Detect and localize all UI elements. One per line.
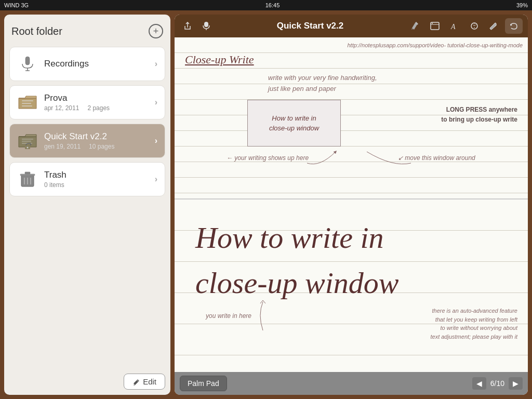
- auto-advance-label: there is an auto-advanced featurethat le…: [430, 307, 517, 341]
- undo-button[interactable]: [505, 18, 523, 34]
- you-write-text: you write in here: [206, 312, 251, 320]
- svg-text:A: A: [450, 23, 456, 30]
- trash-meta: 0 items: [44, 181, 149, 189]
- quickstart-chevron: ›: [155, 136, 157, 145]
- write-arrow: [247, 299, 278, 336]
- quickstart-meta: gen 19, 2011 10 pages: [44, 143, 149, 150]
- carrier: WIND 3G: [4, 2, 29, 8]
- status-bar: WIND 3G 16:45 39%: [0, 0, 532, 10]
- svg-rect-5: [22, 105, 32, 107]
- edit-icon: [132, 378, 140, 385]
- trash-chevron: ›: [155, 175, 157, 184]
- recordings-icon: [17, 54, 38, 74]
- recordings-chevron: ›: [155, 59, 157, 69]
- note-top-section: http://notesplusapp.com/support/video- t…: [175, 37, 528, 200]
- recordings-name: Recordings: [44, 59, 149, 69]
- prova-icon: [17, 92, 38, 113]
- svg-rect-3: [22, 100, 33, 101]
- handwriting-line1: How to write in: [195, 215, 398, 260]
- prova-date: apr 12, 2011: [44, 104, 79, 112]
- svg-rect-18: [204, 22, 208, 27]
- sidebar-item-quickstart[interactable]: Quick Start v2.2 gen 19, 2011 10 pages ›: [9, 124, 165, 158]
- prova-info: Prova apr 12, 2011 2 pages: [44, 93, 149, 112]
- your-writing-content: your writing shows up here: [234, 154, 309, 162]
- trash-name: Trash: [44, 170, 149, 180]
- close-up-box: How to write inclose-up window: [247, 100, 341, 147]
- sidebar-item-recordings[interactable]: Recordings ›: [9, 47, 165, 81]
- quickstart-name: Quick Start v2.2: [44, 131, 149, 142]
- prova-pages: 2 pages: [87, 104, 110, 112]
- long-press-line2: to bring up close-up write: [441, 115, 517, 125]
- quickstart-info: Quick Start v2.2 gen 19, 2011 10 pages: [44, 131, 149, 150]
- move-window-arrow: ↙: [398, 154, 405, 162]
- sidebar-item-trash[interactable]: Trash 0 items ›: [9, 162, 165, 196]
- note-content: http://notesplusapp.com/support/video- t…: [175, 37, 528, 372]
- long-press-line1: LONG PRESS anywhere: [441, 105, 517, 115]
- prev-page-button[interactable]: ◀: [472, 377, 486, 390]
- box-button[interactable]: [427, 20, 443, 32]
- page-nav: ◀ 6/10 ▶: [472, 377, 523, 390]
- auto-advance-text: there is an auto-advanced featurethat le…: [430, 307, 517, 341]
- svg-point-22: [432, 23, 433, 24]
- add-folder-button[interactable]: +: [149, 24, 163, 38]
- status-right: 39%: [516, 2, 528, 8]
- prova-name: Prova: [44, 93, 149, 103]
- sidebar: Root folder + Recordings ›: [4, 15, 170, 395]
- note-bottom-section: How to write in close-up window you writ…: [175, 200, 528, 372]
- prova-chevron: ›: [155, 98, 157, 107]
- quickstart-date: gen 19, 2011: [44, 143, 81, 150]
- svg-rect-13: [25, 172, 30, 174]
- palm-pad-button[interactable]: Palm Pad: [180, 376, 227, 391]
- status-time: 16:45: [265, 2, 280, 8]
- note-subtitle-line2: just like pen and paper: [268, 84, 377, 95]
- next-page-button[interactable]: ▶: [509, 377, 523, 390]
- your-writing-label: ←: [227, 154, 234, 162]
- note-title: Close-up Write: [185, 53, 254, 66]
- edit-label: Edit: [143, 377, 156, 386]
- page-indicator: 6/10: [490, 379, 504, 388]
- move-window-content: move this window around: [405, 154, 475, 162]
- svg-rect-4: [22, 103, 31, 104]
- pencil-tool-button[interactable]: [407, 19, 423, 33]
- wrench-button[interactable]: [486, 20, 501, 32]
- svg-point-10: [27, 147, 29, 149]
- toolbar: Quick Start v2.2 A: [175, 15, 528, 37]
- note-subtitle: write with your very fine handwriting, j…: [268, 73, 377, 95]
- microphone-button[interactable]: [200, 19, 213, 33]
- handwriting-line2: close-up window: [195, 260, 398, 305]
- quickstart-icon: [17, 130, 38, 151]
- battery: 39%: [516, 2, 528, 8]
- edit-button[interactable]: Edit: [124, 374, 165, 390]
- note-url: http://notesplusapp.com/support/video- t…: [348, 42, 523, 49]
- svg-rect-0: [25, 57, 30, 65]
- close-up-box-text: How to write inclose-up window: [269, 113, 319, 134]
- your-writing-text: ← your writing shows up here: [227, 154, 309, 162]
- trash-icon: [17, 169, 38, 190]
- long-press-text: LONG PRESS anywhere to bring up close-up…: [441, 105, 517, 125]
- move-window-text: ↙ move this window around: [398, 154, 475, 162]
- share-button[interactable]: [180, 19, 195, 33]
- status-left: WIND 3G: [4, 2, 29, 8]
- trash-items: 0 items: [44, 181, 64, 189]
- sidebar-item-prova[interactable]: Prova apr 12, 2011 2 pages ›: [9, 85, 165, 119]
- main-layout: Root folder + Recordings ›: [0, 10, 532, 399]
- trash-info: Trash 0 items: [44, 170, 149, 189]
- svg-rect-12: [20, 174, 35, 176]
- sidebar-header: Root folder +: [9, 20, 165, 43]
- content-area: Quick Start v2.2 A: [175, 15, 528, 395]
- layers-button[interactable]: [467, 20, 482, 32]
- you-write-label: you write in here: [206, 311, 251, 320]
- prova-meta: apr 12, 2011 2 pages: [44, 104, 149, 112]
- font-button[interactable]: A: [447, 20, 462, 32]
- svg-rect-7: [22, 141, 31, 142]
- bottom-bar: Palm Pad ◀ 6/10 ▶: [175, 372, 528, 395]
- recordings-info: Recordings: [44, 59, 149, 69]
- note-subtitle-line1: write with your very fine handwriting,: [268, 73, 377, 84]
- sidebar-title: Root folder: [11, 25, 62, 37]
- quickstart-pages: 10 pages: [89, 143, 114, 150]
- toolbar-title: Quick Start v2.2: [217, 21, 403, 31]
- svg-rect-6: [22, 139, 33, 140]
